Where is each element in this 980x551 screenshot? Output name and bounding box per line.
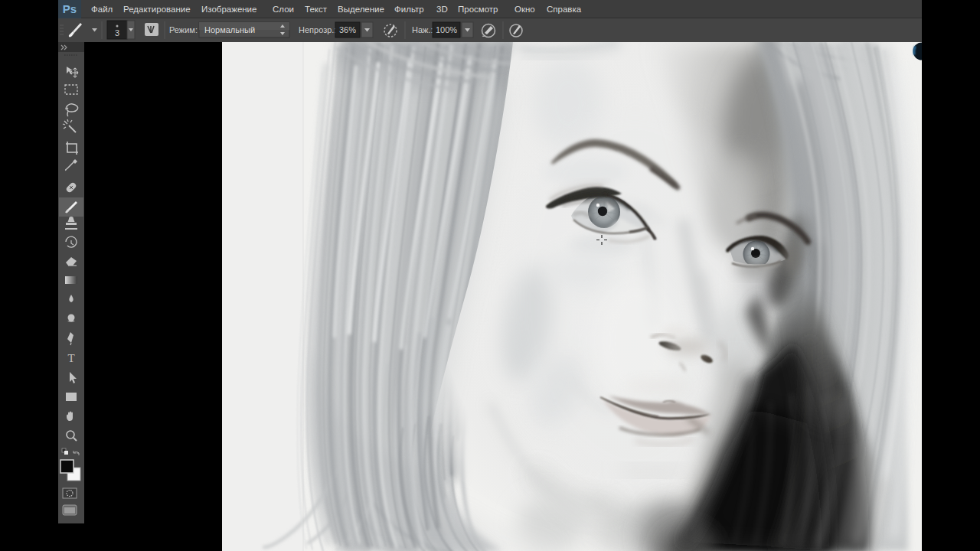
svg-text:Нормальный: Нормальный bbox=[204, 25, 255, 34]
svg-text:3: 3 bbox=[115, 28, 119, 37]
svg-text:36%: 36% bbox=[339, 25, 356, 34]
svg-text:Режим:: Режим: bbox=[169, 25, 198, 34]
svg-text:Непрозр.:: Непрозр.: bbox=[299, 25, 336, 34]
svg-text:Наж.:: Наж.: bbox=[412, 25, 433, 34]
svg-text:T: T bbox=[67, 352, 74, 364]
svg-text:100%: 100% bbox=[436, 25, 457, 34]
